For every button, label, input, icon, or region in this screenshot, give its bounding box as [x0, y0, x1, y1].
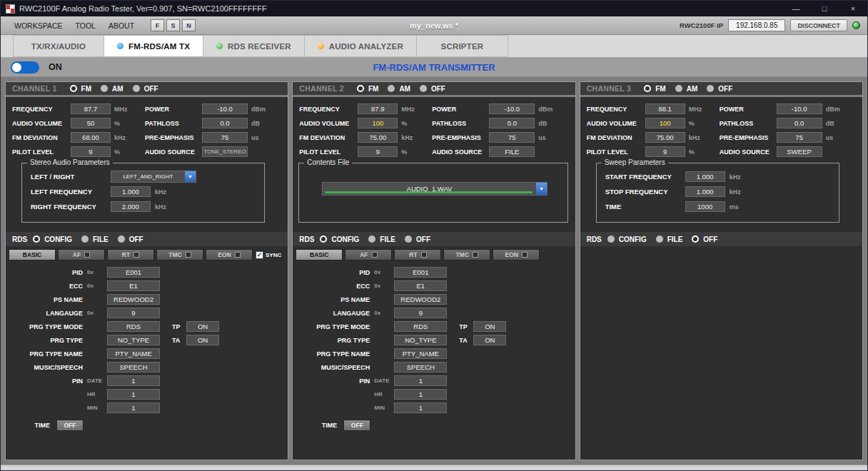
fm-deviation-field[interactable]: 75.00	[645, 132, 685, 143]
music-speech-field[interactable]: SPEECH	[107, 362, 160, 373]
close-icon[interactable]: ×	[839, 1, 867, 16]
rds-off-radio[interactable]	[405, 236, 412, 243]
rds-off-radio[interactable]	[118, 236, 125, 243]
left-frequency-field[interactable]: 1.000	[111, 186, 151, 197]
pin-date-field[interactable]: 1	[394, 375, 447, 386]
ecc-field[interactable]: E1	[394, 280, 447, 291]
menu-tool[interactable]: TOOL	[69, 21, 101, 30]
fm-radio[interactable]	[357, 85, 364, 92]
rt-checkbox[interactable]	[133, 252, 139, 258]
pre-emphasis-field[interactable]: 75	[777, 132, 822, 143]
pre-emphasis-field[interactable]: 75	[489, 132, 535, 143]
pre-emphasis-field[interactable]: 75	[202, 132, 248, 143]
ta-field[interactable]: ON	[473, 335, 506, 345]
prg-type-mode-field[interactable]: RDS	[394, 321, 447, 332]
eon-checkbox[interactable]	[235, 252, 241, 258]
audio-source-field[interactable]: SWEEP	[777, 146, 822, 157]
tab-scripter[interactable]: SCRIPTER	[417, 35, 508, 57]
tab-fm-rds-am-tx[interactable]: FM-RDS/AM TX	[104, 35, 203, 57]
eon-button[interactable]: EON	[493, 249, 540, 260]
pin-hr-field[interactable]: 1	[394, 389, 447, 400]
contents-file-dropdown[interactable]: AUDIO_1.WAV ▼	[322, 182, 547, 196]
off-radio[interactable]	[707, 85, 714, 92]
am-radio[interactable]	[675, 85, 682, 92]
rds-config-radio[interactable]	[320, 236, 327, 243]
pin-date-field[interactable]: 1	[107, 375, 160, 386]
pilot-level-field[interactable]: 9	[71, 146, 111, 157]
eon-checkbox[interactable]	[522, 252, 528, 258]
pid-field[interactable]: E001	[394, 267, 447, 278]
menu-about[interactable]: ABOUT	[102, 21, 141, 30]
am-radio[interactable]	[388, 85, 395, 92]
rt-button[interactable]: RT	[107, 249, 154, 260]
menu-workspace[interactable]: WORKSPACE	[8, 21, 69, 30]
tp-field[interactable]: ON	[186, 321, 219, 332]
tp-field[interactable]: ON	[473, 321, 506, 332]
rds-config-radio[interactable]	[607, 236, 615, 243]
af-button[interactable]: AF	[345, 249, 392, 260]
pin-min-field[interactable]: 1	[107, 402, 160, 413]
left-right-dropdown[interactable]: LEFT_AND_RIGHT ▼	[111, 171, 196, 183]
tab-rds-receiver[interactable]: RDS RECEIVER	[203, 35, 305, 57]
time-toggle-button[interactable]: OFF	[56, 420, 84, 431]
transmitter-on-toggle[interactable]	[11, 61, 39, 74]
frequency-field[interactable]: 87.9	[358, 103, 398, 114]
tmc-button[interactable]: TMC	[156, 249, 203, 260]
ta-field[interactable]: ON	[186, 335, 219, 345]
prg-type-name-field[interactable]: PTY_NAME	[394, 348, 447, 359]
prg-type-field[interactable]: NO_TYPE	[107, 335, 160, 345]
workspace-grid-icon[interactable]: F	[151, 19, 164, 31]
tmc-button[interactable]: TMC	[443, 249, 490, 260]
sync-checkbox[interactable]: ✓	[256, 251, 263, 259]
pid-field[interactable]: E001	[107, 267, 160, 278]
af-checkbox[interactable]	[84, 252, 90, 258]
stop-frequency-field[interactable]: 1.000	[685, 186, 725, 197]
rt-checkbox[interactable]	[421, 252, 427, 258]
basic-button[interactable]: BASIC	[9, 249, 56, 260]
rds-file-radio[interactable]	[368, 236, 375, 243]
language-field[interactable]: 9	[394, 308, 447, 318]
maximize-icon[interactable]: □	[810, 1, 839, 16]
rds-config-radio[interactable]	[33, 236, 40, 243]
tab-audio-analyzer[interactable]: AUDIO ANALYZER	[305, 35, 417, 57]
prg-type-field[interactable]: NO_TYPE	[394, 335, 447, 345]
off-radio[interactable]	[420, 85, 427, 92]
off-radio[interactable]	[133, 85, 140, 92]
pathloss-field[interactable]: 0.0	[777, 118, 822, 128]
ps-name-field[interactable]: REDWOOD2	[107, 294, 160, 305]
ecc-field[interactable]: E1	[107, 280, 160, 291]
pin-min-field[interactable]: 1	[394, 402, 447, 413]
audio-volume-field[interactable]: 50	[71, 118, 111, 128]
sync-control[interactable]: ✓ SYNC	[256, 251, 281, 259]
rds-file-radio[interactable]	[81, 236, 89, 243]
prg-type-mode-field[interactable]: RDS	[107, 321, 160, 332]
music-speech-field[interactable]: SPEECH	[394, 362, 447, 373]
right-frequency-field[interactable]: 2.000	[111, 201, 151, 212]
af-button[interactable]: AF	[58, 249, 105, 260]
disconnect-button[interactable]: DISCONNECT	[790, 19, 847, 31]
new-workspace-icon[interactable]: N	[182, 19, 196, 31]
frequency-field[interactable]: 87.7	[71, 103, 111, 114]
tmc-checkbox[interactable]	[473, 252, 478, 258]
pathloss-field[interactable]: 0.0	[489, 118, 535, 128]
rt-button[interactable]: RT	[394, 249, 441, 260]
audio-source-field[interactable]: TONE_STEREO	[202, 146, 248, 157]
am-radio[interactable]	[101, 85, 108, 92]
minimize-icon[interactable]: —	[782, 1, 810, 16]
audio-volume-field[interactable]: 100	[358, 118, 398, 128]
fm-deviation-field[interactable]: 68.00	[71, 132, 111, 143]
rds-file-radio[interactable]	[656, 236, 663, 243]
power-field[interactable]: -10.0	[489, 103, 535, 114]
fm-deviation-field[interactable]: 75.00	[358, 132, 398, 143]
fm-radio[interactable]	[70, 85, 77, 92]
audio-source-field[interactable]: FILE	[489, 146, 535, 157]
tab-tx-rx-audio[interactable]: TX/RX/AUDIO	[13, 35, 104, 57]
af-checkbox[interactable]	[372, 252, 378, 258]
prg-type-name-field[interactable]: PTY_NAME	[107, 348, 160, 359]
pilot-level-field[interactable]: 9	[358, 146, 398, 157]
eon-button[interactable]: EON	[206, 249, 253, 260]
ip-address-field[interactable]: 192.168.0.85	[728, 19, 785, 31]
pathloss-field[interactable]: 0.0	[202, 118, 248, 128]
ps-name-field[interactable]: REDWOOD2	[394, 294, 447, 305]
basic-button[interactable]: BASIC	[296, 249, 343, 260]
